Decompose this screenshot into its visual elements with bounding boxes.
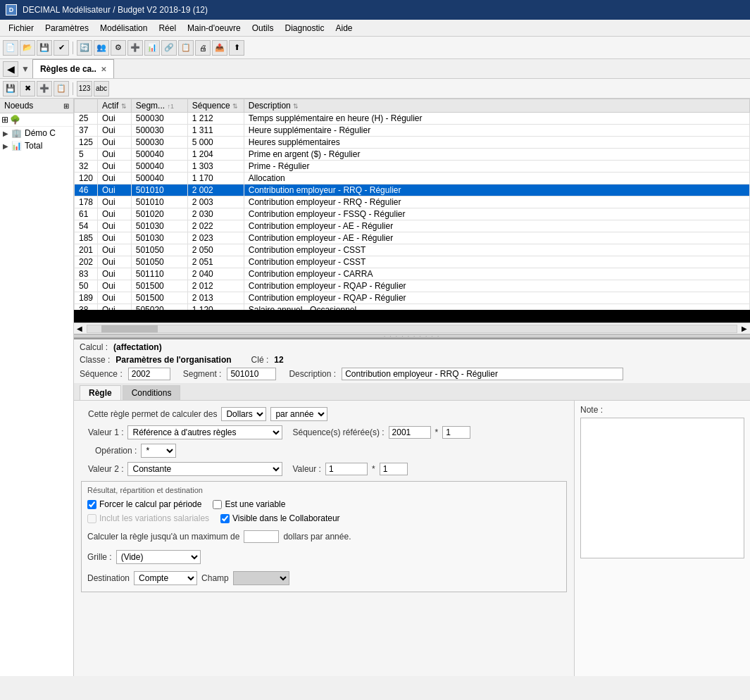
sec-btn-save[interactable]: 💾 xyxy=(3,81,18,96)
menu-fichier[interactable]: Fichier xyxy=(3,22,39,35)
note-textarea[interactable] xyxy=(580,418,744,558)
tab-regles[interactable]: Règles de ca.. ✕ xyxy=(32,59,114,78)
toolbar-btn-11[interactable]: 📋 xyxy=(178,40,194,56)
sequence-input[interactable] xyxy=(128,368,170,380)
check-variable-input[interactable] xyxy=(213,500,222,509)
mult1-input[interactable] xyxy=(442,426,470,439)
col-sequence[interactable]: Séquence ⇅ xyxy=(187,99,244,113)
toolbar-btn-5[interactable]: 🔄 xyxy=(77,40,92,56)
scroll-right-btn[interactable]: ▶ xyxy=(739,325,750,332)
col-actif[interactable]: Actif ⇅ xyxy=(98,99,132,113)
horizontal-scrollbar[interactable]: ◀ ▶ xyxy=(74,323,750,334)
table-row[interactable]: 25Oui5000301 212Temps supplémentaire en … xyxy=(75,113,750,125)
description-input[interactable] xyxy=(342,368,623,380)
table-row[interactable]: 54Oui5010302 022Contribution employeur -… xyxy=(75,220,750,232)
table-row[interactable]: 61Oui5010202 030Contribution employeur -… xyxy=(75,208,750,220)
table-row[interactable]: 5Oui5000401 204Prime en argent ($) - Rég… xyxy=(75,149,750,161)
toolbar-btn-7[interactable]: ⚙ xyxy=(111,40,126,56)
table-row[interactable]: 202Oui5010502 051Contribution employeur … xyxy=(75,256,750,268)
scroll-thumb[interactable] xyxy=(101,325,158,332)
col-segment[interactable]: Segm... ↑1 xyxy=(131,99,187,113)
sec-btn-add[interactable]: ➕ xyxy=(37,81,52,96)
toolbar-btn-3[interactable]: 💾 xyxy=(37,40,52,56)
table-row[interactable]: 189Oui5015002 013Contribution employeur … xyxy=(75,292,750,304)
table-row[interactable]: 120Oui5000401 170Allocation xyxy=(75,173,750,185)
data-table-container[interactable]: Actif ⇅ Segm... ↑1 Séquence ⇅ Descript xyxy=(74,99,750,310)
destination-select[interactable]: Compte xyxy=(134,571,197,585)
sec-btn-abc[interactable]: abc xyxy=(94,81,109,96)
expand-all-icon[interactable]: ⊞ xyxy=(1,115,8,125)
menu-modelisation[interactable]: Modélisation xyxy=(94,22,153,35)
check-variations[interactable]: Inclut les variations salariales xyxy=(87,513,209,523)
table-row[interactable]: 46Oui5010102 002Contribution employeur -… xyxy=(75,185,750,196)
grille-label: Grille : xyxy=(87,552,112,562)
app-title: DECIMAL Modélisateur / Budget V2 2018-19… xyxy=(23,5,208,15)
check-visible-input[interactable] xyxy=(220,514,230,523)
per-select[interactable]: par année xyxy=(270,407,327,421)
max-calc-input[interactable] xyxy=(244,530,279,543)
valeur1-select[interactable]: Référence à d'autres règles xyxy=(127,425,282,439)
valeur-input[interactable] xyxy=(325,463,368,475)
toolbar-btn-4[interactable]: ✔ xyxy=(54,40,69,56)
toolbar-btn-14[interactable]: ⬆ xyxy=(229,40,244,56)
operation-select[interactable]: * xyxy=(141,444,176,458)
toolbar-btn-10[interactable]: 🔗 xyxy=(161,40,177,56)
table-row[interactable]: 125Oui5000305 000Heures supplémentaires xyxy=(75,137,750,149)
tree-icon[interactable]: 🌳 xyxy=(10,115,20,125)
menu-aide[interactable]: Aide xyxy=(330,22,358,35)
table-row[interactable]: 38Oui5050201 120Salaire annuel - Occasio… xyxy=(75,304,750,311)
col-description[interactable]: Description ⇅ xyxy=(244,99,749,113)
filter-icon[interactable]: ▼ xyxy=(21,64,30,74)
sequences-input[interactable] xyxy=(389,426,431,439)
collapse-icon[interactable]: ⊞ xyxy=(63,102,69,110)
cell-description: Contribution employeur - RRQ - Régulier xyxy=(244,185,749,196)
check-visible[interactable]: Visible dans le Collaborateur xyxy=(220,513,340,523)
sidebar-item-demo[interactable]: ▶ 🏢 Démo C xyxy=(0,127,73,139)
cell-description: Contribution employeur - RQAP - Régulier xyxy=(244,292,749,304)
table-row[interactable]: 32Oui5000401 303Prime - Régulier xyxy=(75,161,750,173)
sec-btn-copy[interactable]: 📋 xyxy=(54,81,69,96)
check-forcer-input[interactable] xyxy=(87,500,96,509)
toolbar-btn-9[interactable]: 📊 xyxy=(144,40,160,56)
tab-regle[interactable]: Règle xyxy=(80,385,121,400)
scroll-left-btn[interactable]: ◀ xyxy=(74,325,85,332)
menu-parametres[interactable]: Paramètres xyxy=(39,22,94,35)
valeur2-select[interactable]: Constante xyxy=(127,462,282,476)
sidebar-item-total[interactable]: ▶ 📊 Total xyxy=(0,139,73,152)
champ-select[interactable] xyxy=(233,571,289,585)
toolbar-btn-13[interactable]: 📤 xyxy=(212,40,227,56)
check-variable[interactable]: Est une variable xyxy=(213,499,285,509)
toolbar-btn-8[interactable]: ➕ xyxy=(127,40,143,56)
table-row[interactable]: 37Oui5000301 311Heure supplémentaire - R… xyxy=(75,125,750,137)
segment-input[interactable] xyxy=(227,368,276,380)
col-id[interactable] xyxy=(75,99,98,113)
tab-close-icon[interactable]: ✕ xyxy=(101,65,106,73)
cell-actif: Oui xyxy=(98,280,132,292)
menu-reel[interactable]: Réel xyxy=(153,22,182,35)
check-forcer[interactable]: Forcer le calcul par période xyxy=(87,499,201,509)
scroll-track[interactable] xyxy=(87,325,737,333)
table-row[interactable]: 201Oui5010502 050Contribution employeur … xyxy=(75,244,750,256)
menu-outils[interactable]: Outils xyxy=(246,22,280,35)
dollars-select[interactable]: Dollars xyxy=(221,407,266,421)
menu-main-oeuvre[interactable]: Main-d'oeuvre xyxy=(182,22,246,35)
tab-conditions[interactable]: Conditions xyxy=(123,385,181,400)
toolbar-btn-1[interactable]: 📄 xyxy=(3,40,18,56)
toolbar-btn-6[interactable]: 👥 xyxy=(94,40,109,56)
cell-segment: 501050 xyxy=(131,256,187,268)
cell-segment: 500030 xyxy=(131,137,187,149)
left-panel-header: Noeuds ⊞ xyxy=(0,99,73,113)
cell-description: Prime - Régulier xyxy=(244,161,749,173)
table-row[interactable]: 83Oui5011102 040Contribution employeur -… xyxy=(75,268,750,280)
back-btn[interactable]: ◀ xyxy=(3,61,18,77)
toolbar-btn-12[interactable]: 🖨 xyxy=(195,40,211,56)
toolbar-btn-2[interactable]: 📂 xyxy=(20,40,35,56)
table-row[interactable]: 178Oui5010102 003Contribution employeur … xyxy=(75,196,750,208)
mult2-input[interactable] xyxy=(380,463,408,475)
sec-btn-delete[interactable]: ✖ xyxy=(20,81,35,96)
grille-select[interactable]: (Vide) xyxy=(116,550,201,564)
menu-diagnostic[interactable]: Diagnostic xyxy=(279,22,330,35)
sec-btn-num[interactable]: 123 xyxy=(77,81,92,96)
table-row[interactable]: 50Oui5015002 012Contribution employeur -… xyxy=(75,280,750,292)
table-row[interactable]: 185Oui5010302 023Contribution employeur … xyxy=(75,232,750,244)
